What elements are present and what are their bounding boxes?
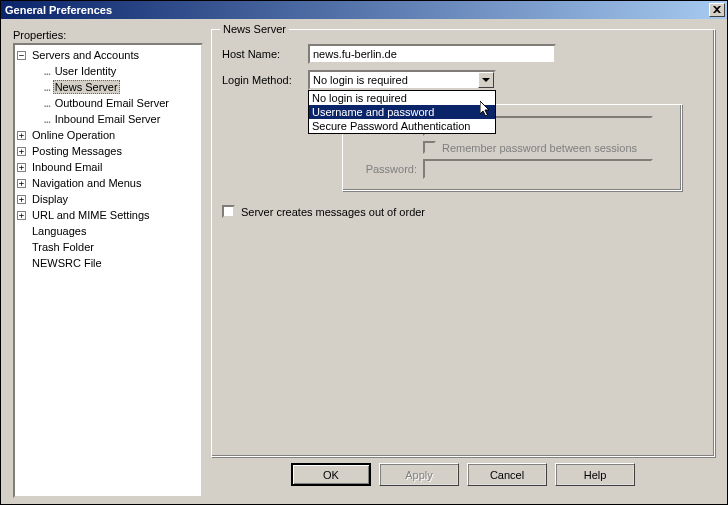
help-button[interactable]: Help: [555, 463, 635, 486]
out-of-order-label: Server creates messages out of order: [241, 206, 425, 218]
close-button[interactable]: [709, 3, 725, 17]
expand-icon[interactable]: +: [17, 211, 26, 220]
tree-node-label: Online Operation: [30, 129, 117, 141]
tree-node-label: NEWSRC File: [30, 257, 104, 269]
title-bar: General Preferences: [1, 1, 727, 19]
password-input: [423, 159, 653, 179]
sidebar: Properties: −Servers and Accounts…User I…: [13, 29, 203, 498]
tree-node[interactable]: +Inbound Email: [15, 159, 201, 175]
combo-option[interactable]: Secure Password Authentication: [309, 119, 495, 133]
expand-icon[interactable]: +: [17, 179, 26, 188]
tree-node[interactable]: +Navigation and Menus: [15, 175, 201, 191]
combo-selected-text: No login is required: [310, 74, 478, 86]
out-of-order-row: Server creates messages out of order: [222, 205, 704, 218]
tree-node-label: Trash Folder: [30, 241, 96, 253]
tree-node[interactable]: …User Identity: [15, 63, 201, 79]
tree-node-label: Languages: [30, 225, 88, 237]
login-method-label: Login Method:: [222, 74, 308, 86]
tree-node-label: Outbound Email Server: [53, 97, 171, 109]
out-of-order-checkbox[interactable]: [222, 205, 235, 218]
tree-node-label: Inbound Email: [30, 161, 104, 173]
login-method-dropdown[interactable]: No login is requiredUsername and passwor…: [308, 90, 496, 134]
combo-option[interactable]: Username and password: [309, 105, 495, 119]
expand-icon[interactable]: +: [17, 131, 26, 140]
tree-node[interactable]: …Inbound Email Server: [15, 111, 201, 127]
tree-node-label: Inbound Email Server: [53, 113, 163, 125]
host-name-label: Host Name:: [222, 48, 308, 60]
dialog-buttons: OK Apply Cancel Help: [211, 457, 715, 498]
collapse-icon[interactable]: −: [17, 51, 26, 60]
remember-checkbox: [423, 141, 436, 154]
tree-node-label: URL and MIME Settings: [30, 209, 152, 221]
tree-node[interactable]: +Display: [15, 191, 201, 207]
tree-node-label: Display: [30, 193, 70, 205]
group-title: News Server: [220, 23, 289, 35]
properties-label: Properties:: [13, 29, 203, 41]
tree-node-label: Posting Messages: [30, 145, 124, 157]
settings-panel: News Server Host Name: Login Method: No …: [211, 29, 715, 498]
tree-node-label: Navigation and Menus: [30, 177, 143, 189]
news-server-group: News Server Host Name: Login Method: No …: [211, 29, 715, 457]
expand-icon[interactable]: +: [17, 195, 26, 204]
tree-node-label: News Server: [53, 80, 120, 94]
host-row: Host Name:: [222, 44, 704, 64]
properties-tree[interactable]: −Servers and Accounts…User Identity…News…: [13, 43, 203, 498]
apply-button[interactable]: Apply: [379, 463, 459, 486]
tree-node[interactable]: …News Server: [15, 79, 201, 95]
tree-node-label: User Identity: [53, 65, 119, 77]
tree-node-label: Servers and Accounts: [30, 49, 141, 61]
host-name-input[interactable]: [308, 44, 556, 64]
tree-node[interactable]: −Servers and Accounts: [15, 47, 201, 63]
tree-node[interactable]: …Outbound Email Server: [15, 95, 201, 111]
login-method-combo[interactable]: No login is required No login is require…: [308, 70, 496, 90]
login-row: Login Method: No login is required No lo…: [222, 70, 704, 90]
remember-row: Remember password between sessions: [423, 141, 671, 154]
tree-node[interactable]: NEWSRC File: [15, 255, 201, 271]
ok-button[interactable]: OK: [291, 463, 371, 486]
password-label: Password:: [353, 163, 417, 175]
chevron-down-icon[interactable]: [478, 72, 494, 88]
tree-node[interactable]: +Online Operation: [15, 127, 201, 143]
tree-node[interactable]: Languages: [15, 223, 201, 239]
expand-icon[interactable]: +: [17, 147, 26, 156]
tree-node[interactable]: +Posting Messages: [15, 143, 201, 159]
body: Properties: −Servers and Accounts…User I…: [1, 19, 727, 504]
expand-icon[interactable]: +: [17, 163, 26, 172]
tree-node[interactable]: Trash Folder: [15, 239, 201, 255]
tree-node[interactable]: +URL and MIME Settings: [15, 207, 201, 223]
preferences-window: General Preferences Properties: −Servers…: [0, 0, 728, 505]
password-row: Password:: [353, 159, 671, 179]
window-title: General Preferences: [5, 4, 709, 16]
remember-label: Remember password between sessions: [442, 142, 637, 154]
cancel-button[interactable]: Cancel: [467, 463, 547, 486]
combo-option[interactable]: No login is required: [309, 91, 495, 105]
